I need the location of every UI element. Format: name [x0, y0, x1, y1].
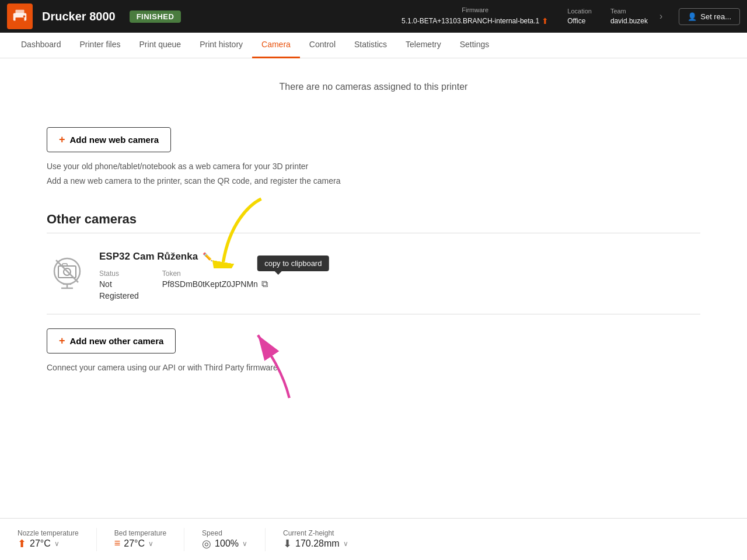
add-other-camera-button[interactable]: + Add new other camera [47, 328, 176, 354]
firmware-update-icon[interactable]: ⬆ [542, 15, 549, 27]
copy-tooltip: copy to clipboard [257, 256, 329, 271]
status-badge: FINISHED [130, 10, 181, 23]
other-camera-desc: Connect your camera using our API or wit… [47, 360, 700, 375]
camera-no-signal-icon [47, 251, 88, 292]
plus-icon-other: + [59, 335, 65, 347]
nav-statistics[interactable]: Statistics [345, 33, 396, 58]
add-webcam-section: + Add new web camera Use your old phone/… [47, 127, 700, 188]
person-icon: 👤 [687, 12, 697, 21]
nav-print-history[interactable]: Print history [190, 33, 252, 58]
copy-token-container: ⧉ copy to clipboard [261, 279, 268, 289]
location-value: Office [567, 16, 592, 26]
camera-name-row: ESP32 Cam Růženka ✏️ [99, 251, 700, 262]
svg-rect-1 [16, 10, 25, 15]
camera-item: ESP32 Cam Růženka ✏️ Status NotRegistere… [47, 239, 700, 314]
nav-print-queue[interactable]: Print queue [130, 33, 191, 58]
camera-details: Status NotRegistered Token Pf8SDmB0tKept… [99, 270, 700, 302]
token-value-row: Pf8SDmB0tKeptZ0JPNMn ⧉ copy to clipboard [162, 279, 268, 289]
nav-dashboard[interactable]: Dashboard [12, 33, 71, 58]
team-value: david.buzek [610, 16, 648, 26]
nav-telemetry[interactable]: Telemetry [396, 33, 451, 58]
main-content: There are no cameras assigned to this pr… [0, 58, 747, 467]
add-webcam-button[interactable]: + Add new web camera [47, 127, 171, 152]
section-divider [47, 233, 700, 233]
edit-pencil-icon[interactable]: ✏️ [203, 252, 212, 261]
status-label: Status [99, 270, 139, 278]
plus-icon: + [59, 134, 65, 146]
team-label: Team [610, 6, 648, 16]
firmware-label: Firmware [402, 5, 549, 15]
camera-name: ESP32 Cam Růženka [99, 251, 198, 262]
svg-rect-2 [16, 18, 25, 22]
svg-point-3 [23, 15, 26, 18]
top-header: Drucker 8000 FINISHED Firmware 5.1.0-BET… [0, 0, 747, 33]
location-label: Location [567, 6, 592, 16]
camera-info: ESP32 Cam Růženka ✏️ Status NotRegistere… [99, 251, 700, 302]
printer-icon [11, 8, 29, 25]
other-cameras-title: Other cameras [47, 212, 700, 227]
token-col: Token Pf8SDmB0tKeptZ0JPNMn ⧉ copy to cli… [162, 270, 268, 302]
token-label: Token [162, 270, 268, 278]
nav-printer-files[interactable]: Printer files [71, 33, 130, 58]
firmware-block: Firmware 5.1.0-BETA+13103.BRANCH-interna… [402, 5, 549, 27]
copy-icon[interactable]: ⧉ [261, 279, 268, 289]
nav-settings[interactable]: Settings [451, 33, 499, 58]
status-col: Status NotRegistered [99, 270, 139, 302]
add-other-section: + Add new other camera Connect your came… [47, 314, 700, 382]
no-camera-message: There are no cameras assigned to this pr… [47, 82, 700, 92]
webcam-desc: Use your old phone/tablet/notebook as a … [47, 159, 700, 188]
nav-camera[interactable]: Camera [252, 33, 300, 58]
nav-bar: Dashboard Printer files Print queue Prin… [0, 33, 747, 58]
token-value: Pf8SDmB0tKeptZ0JPNMn [162, 279, 258, 289]
header-nav-arrow[interactable]: › [659, 11, 662, 22]
nav-control[interactable]: Control [300, 33, 345, 58]
status-value: NotRegistered [99, 279, 139, 302]
firmware-value: 5.1.0-BETA+13103.BRANCH-internal-beta.1 … [402, 15, 549, 27]
set-ready-button[interactable]: 👤 Set rea... [679, 8, 740, 25]
svg-rect-8 [62, 264, 67, 266]
team-block: Team david.buzek [610, 6, 648, 27]
other-cameras-section: Other cameras [47, 212, 700, 382]
printer-name: Drucker 8000 [42, 10, 116, 23]
location-block: Location Office [567, 6, 592, 27]
printer-logo [7, 4, 33, 29]
